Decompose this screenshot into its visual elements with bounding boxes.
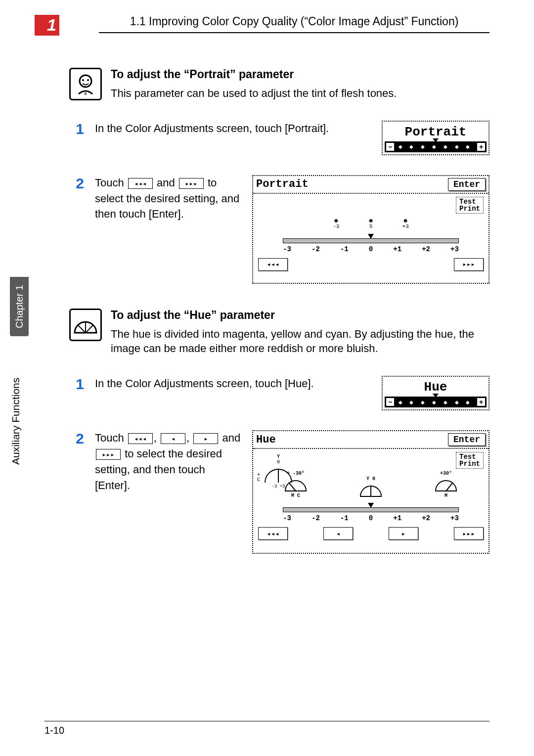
hue-mini-scale: − ◆ ◆ ◆ ◆ ◆ ◆ ◆ +	[385, 397, 487, 407]
minus-icon: −	[386, 143, 394, 151]
side-tab: Chapter 1 Auxiliary Functions	[10, 277, 29, 475]
portrait-mini-scale: − ◆ ◆ ◆ ◆ ◆ ◆ ◆ +	[385, 141, 487, 152]
scale-tick: +1	[393, 245, 401, 253]
svg-text:S: S	[84, 91, 87, 96]
triple-right-arrow-button[interactable]: ▸▸▸	[454, 527, 484, 540]
hue-step2: Touch ◂◂◂, ◂, ▸ and ▸▸▸ to select the de…	[95, 430, 241, 493]
single-left-arrow-button[interactable]: ◂	[323, 527, 353, 540]
plus-icon: +	[477, 143, 485, 151]
triple-left-arrow-button[interactable]: ◂◂◂	[128, 178, 153, 189]
scale-tick: -3	[283, 514, 291, 522]
hue-heading: To adjust the “Hue” parameter	[111, 309, 490, 322]
running-head: 1.1 Improving Color Copy Quality (“Color…	[99, 15, 490, 33]
enter-button[interactable]: Enter	[448, 433, 486, 446]
single-right-arrow-button[interactable]: ▸	[193, 433, 218, 444]
portrait-scale: -3 -2 -1 0 +1 +2 +3	[283, 238, 459, 253]
portrait-icon: S	[69, 68, 102, 100]
scale-tick: +3	[450, 514, 459, 522]
hue-fan-icon: +30° M	[430, 471, 462, 498]
portrait-step1: In the Color Adjustments screen, touch […	[95, 121, 371, 136]
side-tab-chapter: Chapter 1	[10, 277, 29, 336]
portrait-face-row: ☻-3 ☻S ☻+3	[258, 218, 484, 229]
portrait-mini-panel: Portrait − ◆ ◆ ◆ ◆ ◆ ◆ ◆ +	[382, 121, 490, 155]
portrait-heading: To adjust the “Portrait” parameter	[111, 68, 490, 81]
scale-tick: -3	[283, 245, 291, 253]
svg-line-4	[78, 325, 86, 333]
hue-fan-icon: Y 0	[355, 476, 387, 498]
plus-icon: +	[477, 398, 485, 406]
hue-fan-icon: + -30° M C	[280, 471, 312, 498]
scale-tick: -1	[340, 245, 349, 253]
scale-tick: -2	[312, 245, 320, 253]
triple-left-arrow-button[interactable]: ◂◂◂	[258, 258, 288, 271]
page-number: 1-10	[44, 725, 64, 736]
portrait-body: This parameter can be used to adjust the…	[111, 86, 490, 101]
hue-fan-row: + -30° M C Y 0 +30° M	[258, 471, 484, 498]
svg-line-8	[289, 483, 296, 491]
single-left-arrow-button[interactable]: ◂	[161, 433, 185, 444]
triple-right-arrow-button[interactable]: ▸▸▸	[96, 449, 121, 460]
footer-rule	[44, 721, 490, 721]
scale-tick: 0	[369, 514, 373, 522]
hue-step1: In the Color Adjustments screen, touch […	[95, 376, 371, 392]
enter-button[interactable]: Enter	[448, 178, 486, 191]
portrait-screen: Portrait Enter Test Print ☻-3 ☻S ☻+3	[252, 175, 490, 284]
marker-icon	[368, 234, 374, 239]
hue-body: The hue is divided into magenta, yellow …	[111, 327, 490, 356]
svg-point-1	[82, 79, 84, 81]
face-icon: ☻+3	[402, 218, 409, 229]
marker-icon	[368, 503, 374, 508]
face-icon: ☻-3	[333, 218, 339, 229]
hue-screen: Hue Enter Test Print + C Y0	[252, 430, 490, 554]
marker-icon	[433, 138, 439, 142]
portrait-step2: Touch ◂◂◂ and ▸▸▸ to select the desired …	[95, 175, 241, 222]
step-number: 2	[69, 430, 84, 447]
marker-icon	[433, 394, 439, 398]
portrait-screen-title: Portrait	[256, 178, 309, 190]
side-tab-section: Auxiliary Functions	[10, 341, 22, 465]
test-print-button[interactable]: Test Print	[456, 197, 484, 214]
scale-tick: -1	[340, 514, 349, 522]
triple-left-arrow-button[interactable]: ◂◂◂	[128, 433, 153, 444]
face-icon: ☻S	[369, 218, 372, 229]
svg-line-6	[86, 325, 93, 333]
triple-right-arrow-button[interactable]: ▸▸▸	[454, 258, 484, 271]
hue-dial-label: Y0	[262, 454, 295, 465]
scale-tick: +2	[422, 245, 430, 253]
scale-tick: +1	[393, 514, 401, 522]
svg-line-10	[446, 483, 452, 491]
svg-point-2	[87, 79, 89, 81]
step-number: 1	[69, 376, 84, 393]
hue-mini-panel: Hue − ◆ ◆ ◆ ◆ ◆ ◆ ◆ +	[382, 376, 490, 410]
step-number: 1	[69, 121, 84, 137]
minus-icon: −	[386, 398, 394, 406]
scale-tick: 0	[369, 245, 373, 253]
hue-icon	[69, 309, 102, 341]
step-number: 2	[69, 175, 84, 192]
scale-tick: -2	[312, 514, 320, 522]
hue-scale: -3 -2 -1 0 +1 +2 +3	[283, 507, 459, 522]
triple-left-arrow-button[interactable]: ◂◂◂	[258, 527, 288, 540]
triple-right-arrow-button[interactable]: ▸▸▸	[179, 178, 204, 189]
hue-legend: + C	[257, 473, 260, 483]
single-right-arrow-button[interactable]: ▸	[389, 527, 418, 540]
scale-tick: +3	[450, 245, 459, 253]
test-print-button[interactable]: Test Print	[456, 452, 484, 469]
scale-tick: +2	[422, 514, 430, 522]
hue-screen-title: Hue	[256, 434, 276, 446]
chapter-number-tab: 1	[35, 15, 59, 36]
